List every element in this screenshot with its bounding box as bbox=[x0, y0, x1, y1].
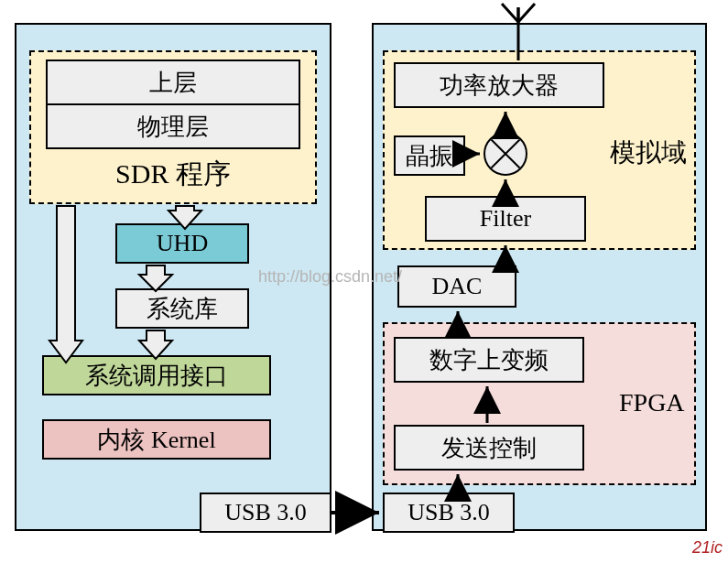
dac-block: DAC bbox=[397, 265, 516, 308]
power-amplifier: 功率放大器 bbox=[394, 62, 604, 108]
usb-left: USB 3.0 bbox=[200, 493, 331, 533]
uhd-block: UHD bbox=[115, 223, 249, 264]
kernel-label: 内核 Kernel bbox=[97, 424, 215, 456]
filter-label: Filter bbox=[480, 205, 531, 233]
usb-right: USB 3.0 bbox=[383, 493, 515, 533]
syslib-block: 系统库 bbox=[115, 288, 249, 329]
mixer-icon bbox=[484, 132, 527, 176]
txctrl-block: 发送控制 bbox=[394, 425, 584, 471]
duc-block: 数字上变频 bbox=[394, 337, 584, 383]
syscall-block: 系统调用接口 bbox=[42, 355, 271, 395]
usb-left-label: USB 3.0 bbox=[224, 499, 307, 526]
analog-domain-label: 模拟域 bbox=[610, 135, 687, 170]
sdr-upper-layer: 上层 bbox=[46, 60, 300, 105]
usb-right-label: USB 3.0 bbox=[407, 499, 490, 526]
txctrl-label: 发送控制 bbox=[441, 432, 537, 464]
sdr-program-label: SDR 程序 bbox=[29, 156, 317, 193]
sdr-phy-layer-label: 物理层 bbox=[137, 111, 209, 143]
antenna-icon bbox=[502, 4, 535, 22]
syslib-label: 系统库 bbox=[147, 293, 218, 325]
power-amplifier-label: 功率放大器 bbox=[440, 70, 559, 102]
duc-label: 数字上变频 bbox=[429, 344, 549, 376]
sdr-upper-layer-label: 上层 bbox=[149, 67, 197, 99]
kernel-block: 内核 Kernel bbox=[42, 419, 271, 460]
oscillator: 晶振 bbox=[394, 135, 465, 176]
oscillator-label: 晶振 bbox=[406, 140, 453, 172]
uhd-label: UHD bbox=[157, 230, 208, 257]
corner-badge: 21ic bbox=[692, 538, 723, 558]
dac-label: DAC bbox=[432, 273, 483, 300]
fpga-label: FPGA bbox=[619, 388, 685, 417]
sdr-phy-layer: 物理层 bbox=[46, 103, 300, 149]
filter-block: Filter bbox=[425, 196, 586, 242]
syscall-label: 系统调用接口 bbox=[85, 360, 228, 392]
